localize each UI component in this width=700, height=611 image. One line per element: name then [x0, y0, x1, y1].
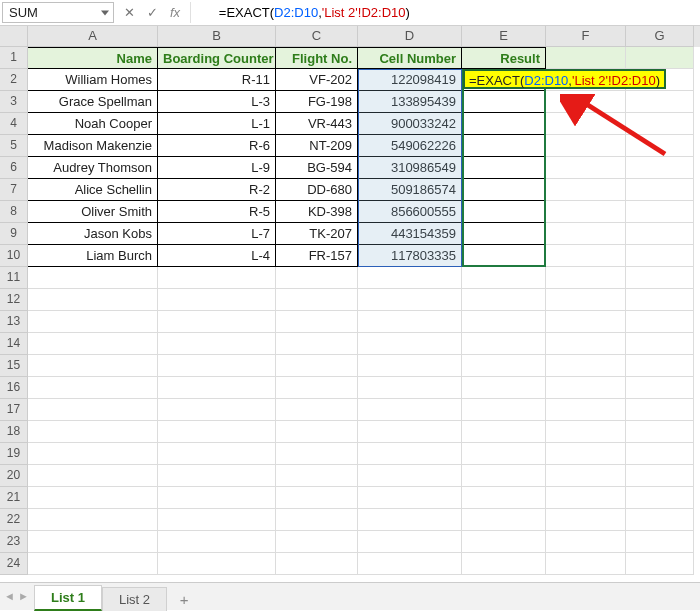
cell-blank[interactable] [158, 421, 276, 443]
cell-blank[interactable] [546, 179, 626, 201]
cell-blank[interactable] [626, 487, 694, 509]
col-header-E[interactable]: E [462, 26, 546, 47]
cell-blank[interactable] [462, 465, 546, 487]
name-box[interactable]: SUM [2, 2, 114, 23]
cell-blank[interactable] [546, 223, 626, 245]
cell-blank[interactable] [358, 355, 462, 377]
row-header[interactable]: 21 [0, 487, 28, 509]
cell-blank[interactable] [462, 267, 546, 289]
cell-name[interactable]: Grace Spellman [28, 91, 158, 113]
cell-boarding[interactable]: R-2 [158, 179, 276, 201]
cell-result[interactable] [462, 91, 546, 113]
cell-blank[interactable] [358, 487, 462, 509]
cell-boarding[interactable]: L-7 [158, 223, 276, 245]
row-header[interactable]: 2 [0, 69, 28, 91]
cell-blank[interactable] [626, 377, 694, 399]
row-header[interactable]: 23 [0, 531, 28, 553]
cell-blank[interactable] [358, 267, 462, 289]
cancel-icon[interactable]: ✕ [124, 6, 135, 19]
row-header[interactable]: 15 [0, 355, 28, 377]
cell-blank[interactable] [462, 553, 546, 575]
row-header[interactable]: 19 [0, 443, 28, 465]
cell-flight[interactable]: KD-398 [276, 201, 358, 223]
cell-blank[interactable] [358, 509, 462, 531]
cell-blank[interactable] [28, 311, 158, 333]
cell-blank[interactable] [158, 333, 276, 355]
tab-list-1[interactable]: List 1 [34, 585, 102, 611]
col-header-B[interactable]: B [158, 26, 276, 47]
cell-blank[interactable] [626, 355, 694, 377]
cell-blank[interactable] [626, 553, 694, 575]
fx-icon[interactable]: fx [170, 6, 180, 19]
cell-blank[interactable] [462, 377, 546, 399]
cell-flight[interactable]: VR-443 [276, 113, 358, 135]
cell-number[interactable]: 856600555 [358, 201, 462, 223]
cell-blank[interactable] [462, 487, 546, 509]
cell-blank[interactable] [358, 377, 462, 399]
cell-blank[interactable] [626, 179, 694, 201]
th-flight[interactable]: Flight No. [276, 47, 358, 69]
cell-blank[interactable] [358, 465, 462, 487]
col-header-F[interactable]: F [546, 26, 626, 47]
cell-flight[interactable]: NT-209 [276, 135, 358, 157]
cell-blank[interactable] [546, 245, 626, 267]
cell-blank[interactable] [546, 377, 626, 399]
cell-blank[interactable] [276, 421, 358, 443]
cell-blank[interactable] [462, 289, 546, 311]
cell-blank[interactable] [546, 443, 626, 465]
cell-blank[interactable] [28, 399, 158, 421]
cell-blank[interactable] [546, 311, 626, 333]
row-header[interactable]: 16 [0, 377, 28, 399]
cell-blank[interactable] [546, 47, 626, 69]
cell-blank[interactable] [28, 333, 158, 355]
formula-input[interactable]: =EXACT(D2:D10,'List 2'!D2:D10) [191, 2, 698, 23]
th-name[interactable]: Name [28, 47, 158, 69]
cell-boarding[interactable]: R-6 [158, 135, 276, 157]
th-result[interactable]: Result [462, 47, 546, 69]
cell-blank[interactable] [276, 487, 358, 509]
cell-blank[interactable] [276, 465, 358, 487]
cell-blank[interactable] [626, 113, 694, 135]
cell-blank[interactable] [626, 531, 694, 553]
cell-blank[interactable] [546, 509, 626, 531]
cell-blank[interactable] [158, 509, 276, 531]
row-header[interactable]: 5 [0, 135, 28, 157]
cell-blank[interactable] [546, 487, 626, 509]
row-header[interactable]: 9 [0, 223, 28, 245]
select-all-corner[interactable] [0, 26, 28, 47]
cell-blank[interactable] [462, 333, 546, 355]
cell-blank[interactable] [276, 311, 358, 333]
cell-number[interactable]: 549062226 [358, 135, 462, 157]
cell-name[interactable]: Madison Makenzie [28, 135, 158, 157]
cell-blank[interactable] [158, 465, 276, 487]
cell-blank[interactable] [358, 421, 462, 443]
cell-blank[interactable] [276, 531, 358, 553]
col-header-G[interactable]: G [626, 26, 694, 47]
cell-blank[interactable] [28, 553, 158, 575]
cell-blank[interactable] [28, 355, 158, 377]
row-header[interactable]: 3 [0, 91, 28, 113]
cell-boarding[interactable]: L-1 [158, 113, 276, 135]
cell-blank[interactable] [546, 113, 626, 135]
cell-number[interactable]: 509186574 [358, 179, 462, 201]
cell-blank[interactable] [626, 135, 694, 157]
row-header[interactable]: 24 [0, 553, 28, 575]
cell-blank[interactable] [462, 443, 546, 465]
cell-blank[interactable] [28, 289, 158, 311]
row-header[interactable]: 11 [0, 267, 28, 289]
cell-blank[interactable] [626, 245, 694, 267]
cell-flight[interactable]: BG-594 [276, 157, 358, 179]
cell-result[interactable] [462, 179, 546, 201]
cell-boarding[interactable]: L-3 [158, 91, 276, 113]
cell-blank[interactable] [28, 421, 158, 443]
cell-blank[interactable] [462, 421, 546, 443]
cell-blank[interactable] [28, 487, 158, 509]
cell-blank[interactable] [626, 509, 694, 531]
cell-blank[interactable] [462, 399, 546, 421]
cell-blank[interactable] [626, 157, 694, 179]
cell-blank[interactable] [158, 267, 276, 289]
cell-blank[interactable] [462, 311, 546, 333]
cell-blank[interactable] [546, 465, 626, 487]
cell-blank[interactable] [276, 509, 358, 531]
cell-blank[interactable] [626, 333, 694, 355]
